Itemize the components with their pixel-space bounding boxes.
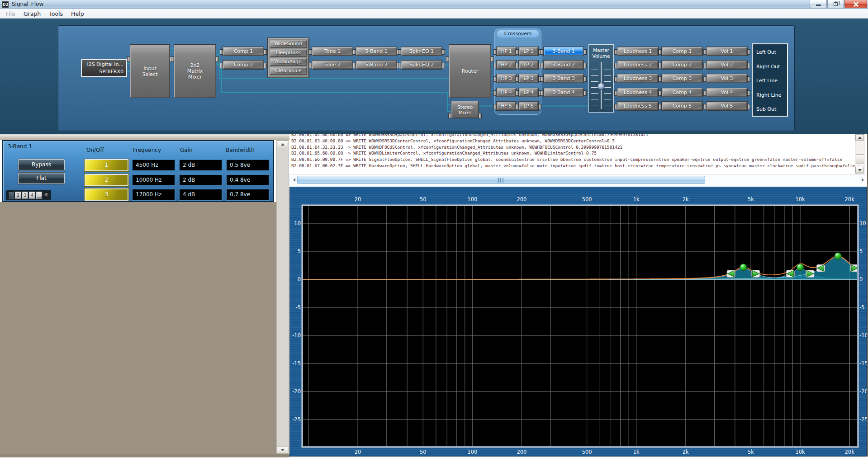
log-scroll-up-button[interactable] bbox=[855, 134, 864, 141]
menu-item-graph[interactable]: Graph bbox=[19, 9, 45, 18]
flow-node-tone-tone-2[interactable]: Tone 2 bbox=[312, 61, 353, 69]
flow-node-lp-lp-5[interactable]: LP 5 bbox=[519, 102, 538, 110]
flow-node-post-comp-3[interactable]: Comp 3 bbox=[662, 74, 702, 83]
left-pane-vertical-scrollbar[interactable] bbox=[276, 140, 289, 454]
input-source-line2: SPDIFRX0 bbox=[85, 68, 123, 75]
log-scroll-thumb[interactable] bbox=[856, 154, 864, 164]
flow-node-stereo-mixer[interactable]: Stereo Mixer bbox=[451, 101, 479, 118]
horizontal-scroll-thumb[interactable] bbox=[297, 176, 705, 184]
flow-node-hp-hp-5[interactable]: HP 5 bbox=[497, 102, 516, 110]
menu-item-help[interactable]: Help bbox=[67, 9, 88, 18]
flow-node-pre-comp-1[interactable]: Comp 1 bbox=[223, 47, 264, 56]
flow-node-widesound[interactable]: WideSound bbox=[270, 40, 307, 48]
flow-node-5band-5-band-2[interactable]: 5-Band 2 bbox=[356, 61, 397, 69]
band-2-onoff-button[interactable]: 2 bbox=[85, 174, 128, 186]
flow-node-lp-lp-3[interactable]: LP 3 bbox=[519, 74, 538, 83]
flow-node-input-source[interactable]: I2S Digital In... SPDIFRX0 bbox=[81, 59, 127, 77]
flow-node-5band-5-band-1[interactable]: 5-Band 1 bbox=[356, 47, 397, 56]
flow-node-spkreq-spkr-eq-2[interactable]: Spkr-EQ 2 bbox=[401, 61, 442, 69]
close-button[interactable] bbox=[844, 0, 867, 8]
eq-response-graph[interactable]: 202050501001002002005005001k1k2k2k5k5k10… bbox=[289, 187, 867, 457]
flow-node-vol-vol-5[interactable]: Vol 5 bbox=[707, 102, 747, 110]
flow-node-lp-lp-4[interactable]: LP 4 bbox=[519, 88, 538, 97]
log-horizontal-scrollbar[interactable] bbox=[289, 174, 867, 185]
eq-bandwidth-handle[interactable] bbox=[850, 264, 859, 272]
title-bar[interactable]: D2 Signal_Flow bbox=[0, 0, 868, 9]
close-icon bbox=[853, 1, 859, 7]
flow-node-audioalign[interactable]: AudioAlign bbox=[270, 58, 307, 66]
flow-node-clearvoice[interactable]: ClearVoice bbox=[270, 67, 307, 75]
flow-node-loud-loudness-4[interactable]: Loudness 4 bbox=[617, 88, 658, 97]
flow-node-vol-vol-2[interactable]: Vol 2 bbox=[707, 61, 747, 69]
svg-text:10: 10 bbox=[294, 220, 301, 226]
flow-node-post-comp-2[interactable]: Comp 2 bbox=[662, 61, 702, 69]
flow-node-loud-loudness-2[interactable]: Loudness 2 bbox=[617, 61, 658, 69]
band-3-frequency-value[interactable]: 17000 Hz bbox=[132, 188, 175, 201]
flow-node-band-3-band-4[interactable]: 3-Band 4 bbox=[544, 88, 583, 97]
flow-node-spkreq-spkr-eq-1[interactable]: Spkr-EQ 1 bbox=[401, 47, 442, 56]
eq-plot-svg[interactable]: 202050501001002002005005001k1k2k2k5k5k10… bbox=[290, 187, 867, 456]
svg-text:200: 200 bbox=[517, 196, 526, 202]
flow-node-hp-hp-3[interactable]: HP 3 bbox=[497, 74, 516, 83]
eq-gain-handle[interactable] bbox=[835, 253, 841, 259]
log-console[interactable]: B2.00.01.62.66.66.66 => WRITE WOWHDSRS3D… bbox=[289, 134, 855, 174]
flow-node-band-3-band-3[interactable]: 3-Band 3 bbox=[544, 74, 583, 83]
flow-node-pre-comp-2[interactable]: Comp 2 bbox=[223, 61, 264, 69]
flow-node-post-comp-4[interactable]: Comp 4 bbox=[662, 88, 702, 97]
flow-node-hp-hp-4[interactable]: HP 4 bbox=[497, 88, 516, 97]
flow-node-input-select[interactable]: Input Select bbox=[130, 45, 170, 98]
flow-node-lp-lp-1[interactable]: LP 1 bbox=[519, 47, 538, 56]
band-1-gain-value[interactable]: 2 dB bbox=[179, 159, 223, 171]
menu-item-tools[interactable]: Tools bbox=[45, 9, 67, 18]
band-2-gain-value[interactable]: 2 dB bbox=[179, 174, 223, 186]
flow-node-band-3-band-1[interactable]: 3-Band 1 bbox=[544, 47, 583, 56]
band-1-bandwidth-value[interactable]: 0,5 8ve bbox=[226, 159, 270, 171]
band-3-gain-value[interactable]: 4 dB bbox=[179, 188, 223, 201]
left-pane-client-area bbox=[0, 202, 276, 454]
flow-node-matrix-mixer[interactable]: 2x2 Matrix Mixer bbox=[174, 45, 216, 98]
master-volume-slider-thumb[interactable] bbox=[598, 83, 605, 90]
log-line: B2.00.01.66.00.00.7F => WRITE SignalFlow… bbox=[291, 156, 855, 163]
flow-node-hp-hp-1[interactable]: HP 1 bbox=[497, 47, 516, 56]
flow-node-tone-tone-1[interactable]: Tone 1 bbox=[312, 47, 353, 56]
log-scroll-down-button[interactable] bbox=[855, 167, 864, 173]
flow-node-master-volume[interactable]: Master Volume bbox=[588, 44, 614, 113]
flow-node-vol-vol-4[interactable]: Vol 4 bbox=[707, 88, 747, 97]
log-vertical-scrollbar[interactable] bbox=[855, 134, 864, 174]
eq-gain-handle[interactable] bbox=[797, 264, 804, 271]
menu-item-file[interactable]: File bbox=[2, 9, 19, 18]
flow-node-band-3-band-2[interactable]: 3-Band 2 bbox=[544, 61, 583, 69]
flow-node-router[interactable]: Router bbox=[449, 45, 491, 98]
band-1-onoff-button[interactable]: 1 bbox=[85, 159, 128, 171]
scroll-up-button[interactable] bbox=[277, 141, 288, 148]
eq-bandwidth-handle[interactable] bbox=[786, 270, 794, 278]
flow-node-loud-loudness-1[interactable]: Loudness 1 bbox=[617, 47, 658, 56]
flow-node-post-comp-5[interactable]: Comp 5 bbox=[662, 102, 702, 110]
stereo-mixer-label: Stereo Mixer bbox=[455, 104, 474, 115]
svg-text:20k: 20k bbox=[845, 449, 855, 455]
eq-bandwidth-handle[interactable] bbox=[806, 270, 814, 278]
eq-bandwidth-handle[interactable] bbox=[752, 270, 760, 278]
scroll-down-button[interactable] bbox=[277, 446, 288, 454]
flow-node-hp-hp-2[interactable]: HP 2 bbox=[497, 61, 516, 69]
eq-bandwidth-handle[interactable] bbox=[727, 270, 735, 278]
flow-node-post-comp-1[interactable]: Comp 1 bbox=[662, 47, 702, 56]
band-3-onoff-button[interactable]: 3 bbox=[85, 188, 128, 201]
flow-node-loud-loudness-3[interactable]: Loudness 3 bbox=[617, 74, 658, 83]
flow-node-vol-vol-3[interactable]: Vol 3 bbox=[707, 74, 747, 83]
flow-node-loud-loudness-5[interactable]: Loudness 5 bbox=[617, 102, 658, 110]
band-1-frequency-value[interactable]: 4500 Hz bbox=[132, 159, 175, 171]
restore-button[interactable] bbox=[827, 0, 844, 8]
flow-node-lp-lp-2[interactable]: LP 2 bbox=[519, 61, 538, 69]
band-3-bandwidth-value[interactable]: 0,7 8ve bbox=[226, 188, 270, 201]
flow-node-vol-vol-1[interactable]: Vol 1 bbox=[707, 47, 747, 56]
band-2-bandwidth-value[interactable]: 0,4 8ve bbox=[226, 174, 270, 186]
flow-node-deepbass[interactable]: DeepBass bbox=[270, 49, 307, 57]
band-2-frequency-value[interactable]: 10000 Hz bbox=[132, 174, 175, 186]
minimize-button[interactable] bbox=[810, 0, 827, 8]
eq-gain-handle[interactable] bbox=[740, 264, 747, 271]
scroll-right-button[interactable] bbox=[859, 176, 867, 184]
eq-bandwidth-handle[interactable] bbox=[816, 264, 825, 272]
output-list: Left OutRight OutLeft LineRight LineSub … bbox=[752, 43, 788, 117]
svg-text:200: 200 bbox=[517, 449, 526, 455]
